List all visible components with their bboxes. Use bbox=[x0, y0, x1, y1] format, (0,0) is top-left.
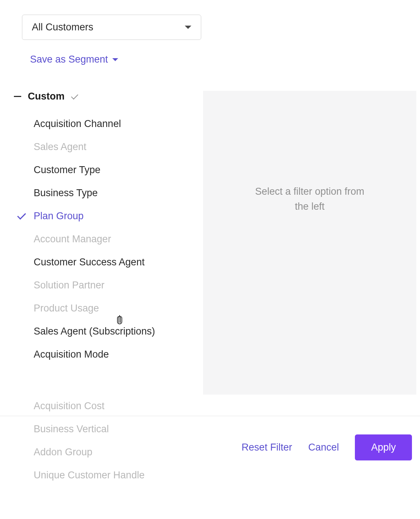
filter-item[interactable]: Acquisition Cost bbox=[14, 395, 420, 418]
custom-section-header[interactable]: Custom bbox=[14, 91, 203, 102]
collapse-icon bbox=[14, 96, 21, 97]
apply-button[interactable]: Apply bbox=[355, 434, 412, 460]
customers-dropdown[interactable]: All Customers bbox=[22, 15, 201, 40]
filter-item[interactable]: Sales Agent bbox=[14, 135, 203, 158]
filter-item-label: Sales Agent bbox=[34, 141, 203, 153]
customers-dropdown-label: All Customers bbox=[32, 22, 93, 33]
filter-item[interactable]: Sales Agent (Subscriptions) bbox=[14, 320, 203, 343]
check-icon bbox=[17, 210, 26, 219]
check-icon-wrap bbox=[18, 215, 34, 217]
filter-item-label: Solution Partner bbox=[34, 280, 203, 291]
filter-item-label: Acquisition Cost bbox=[34, 400, 420, 412]
filter-left-panel: Custom Acquisition ChannelSales AgentCus… bbox=[0, 91, 203, 395]
reset-filter-button[interactable]: Reset Filter bbox=[241, 442, 292, 453]
filter-item[interactable]: Customer Type bbox=[14, 158, 203, 182]
content-area: Custom Acquisition ChannelSales AgentCus… bbox=[0, 91, 420, 395]
filter-item-label: Unique Customer Handle bbox=[34, 470, 420, 481]
filter-item[interactable]: Account Manager bbox=[14, 228, 203, 251]
filter-detail-hint: Select a filter option from the left bbox=[255, 184, 365, 214]
save-as-segment-button[interactable]: Save as Segment bbox=[30, 54, 118, 65]
filter-item-label: Business Type bbox=[34, 187, 203, 199]
cancel-button[interactable]: Cancel bbox=[308, 442, 339, 453]
filter-item-label: Acquisition Channel bbox=[34, 118, 203, 130]
filter-item-label: Sales Agent (Subscriptions) bbox=[34, 326, 203, 337]
filter-item-label: Acquisition Mode bbox=[34, 349, 203, 360]
filter-detail-panel: Select a filter option from the left bbox=[203, 91, 416, 395]
filter-item-label: Product Usage bbox=[34, 303, 203, 314]
filter-item-label: Customer Success Agent bbox=[34, 257, 203, 268]
caret-down-icon bbox=[112, 58, 118, 61]
filter-item-label: Customer Type bbox=[34, 164, 203, 176]
filter-item[interactable]: Plan Group bbox=[14, 205, 203, 228]
filter-item[interactable]: Solution Partner bbox=[14, 274, 203, 297]
save-as-segment-label: Save as Segment bbox=[30, 54, 108, 65]
filter-item[interactable]: Acquisition Channel bbox=[14, 112, 203, 135]
filter-item[interactable]: Unique Customer Handle bbox=[14, 464, 420, 487]
filter-item[interactable]: Customer Success Agent bbox=[14, 251, 203, 274]
filter-list: Acquisition ChannelSales AgentCustomer T… bbox=[14, 112, 203, 366]
caret-down-icon bbox=[185, 26, 191, 29]
section-title: Custom bbox=[28, 91, 65, 102]
filter-item[interactable]: Business Type bbox=[14, 182, 203, 205]
filter-item[interactable]: Acquisition Mode bbox=[14, 343, 203, 366]
filter-item-label: Plan Group bbox=[34, 210, 203, 222]
filter-item[interactable]: Product Usage bbox=[14, 297, 203, 320]
filter-item-label: Account Manager bbox=[34, 234, 203, 245]
footer-actions: Reset Filter Cancel Apply bbox=[0, 416, 420, 460]
check-icon bbox=[71, 92, 78, 100]
